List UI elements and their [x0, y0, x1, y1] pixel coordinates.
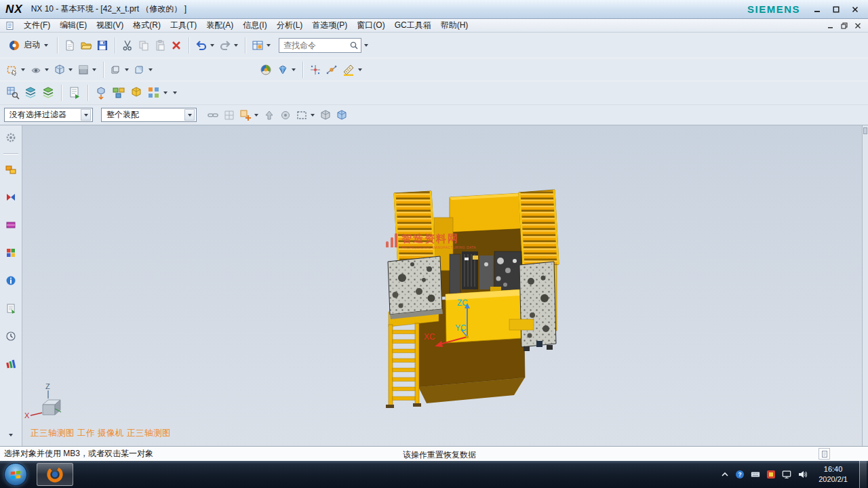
chevron-down-icon[interactable] — [254, 114, 258, 117]
true-shading-button[interactable] — [275, 62, 298, 77]
chevron-down-icon[interactable] — [292, 68, 296, 71]
mdi-minimize-button[interactable] — [827, 22, 834, 29]
touch-mode-button[interactable] — [250, 38, 273, 53]
tray-help-button[interactable]: ? — [735, 470, 745, 479]
wireframe-view-button[interactable] — [108, 62, 132, 77]
command-search-input[interactable] — [283, 41, 349, 50]
maximize-button[interactable] — [831, 5, 841, 14]
viewport-right-strip[interactable] — [862, 125, 868, 446]
status-doc-button[interactable] — [818, 448, 830, 460]
materials-button[interactable] — [3, 357, 19, 371]
chevron-down-icon[interactable] — [149, 68, 153, 71]
sidebar-scroll-down-button[interactable] — [3, 428, 19, 442]
perspective-view-button[interactable] — [132, 62, 155, 77]
system-menu-icon[interactable] — [5, 21, 16, 30]
notes-button[interactable] — [3, 302, 19, 315]
general-selection-button[interactable] — [237, 108, 261, 123]
panel-collapse-handle[interactable] — [863, 127, 867, 134]
select-parent-button[interactable] — [261, 108, 277, 123]
assembly-model[interactable] — [386, 190, 559, 408]
mdi-close-button[interactable] — [854, 22, 861, 29]
menu-assemblies[interactable]: 装配(A) — [201, 19, 238, 32]
snap-midpoint-button[interactable] — [323, 62, 340, 77]
dropdown-arrow-icon[interactable] — [81, 109, 91, 121]
history-button[interactable] — [3, 329, 19, 343]
part-navigator-button[interactable] — [3, 218, 19, 232]
start-button[interactable] — [4, 463, 27, 486]
delete-button[interactable] — [168, 38, 184, 53]
tray-volume-button[interactable] — [797, 470, 807, 479]
arrangements-button[interactable] — [110, 85, 127, 101]
chevron-down-icon[interactable] — [163, 92, 167, 94]
web-browser-button[interactable] — [3, 274, 19, 287]
paste-button[interactable] — [152, 38, 168, 53]
search-options-button[interactable] — [361, 43, 371, 48]
show-product-outline-button[interactable] — [22, 85, 39, 101]
snap-enable-button[interactable] — [221, 108, 237, 123]
chevron-down-icon[interactable] — [125, 68, 129, 71]
start-menu-button[interactable]: 启动 — [4, 38, 53, 53]
move-component-button[interactable] — [92, 85, 110, 101]
taskbar-clock[interactable]: 16:40 2020/2/1 — [813, 464, 853, 485]
show-hidden-icons-button[interactable] — [721, 470, 729, 479]
snap-point-button[interactable] — [307, 62, 323, 77]
close-button[interactable] — [850, 5, 860, 14]
assembly-navigator-button[interactable] — [3, 163, 19, 176]
cut-button[interactable] — [119, 38, 136, 53]
constraint-navigator-button[interactable] — [3, 190, 19, 204]
menu-format[interactable]: 格式(R) — [128, 19, 165, 32]
interpart-link-button[interactable] — [205, 108, 221, 123]
chevron-down-icon[interactable] — [210, 44, 214, 47]
tray-keyboard-button[interactable] — [751, 470, 760, 479]
chevron-down-icon[interactable] — [68, 68, 73, 71]
highlight-button[interactable] — [277, 108, 294, 123]
tray-network-button[interactable] — [782, 470, 791, 479]
solid-body-filter-button[interactable] — [317, 108, 334, 123]
show-desktop-button[interactable] — [859, 461, 867, 488]
copy-button[interactable] — [136, 38, 152, 53]
wave-geometry-button[interactable] — [127, 85, 145, 101]
minimize-button[interactable] — [812, 5, 822, 14]
chevron-down-icon[interactable] — [92, 68, 96, 71]
chevron-down-icon[interactable] — [358, 68, 362, 71]
find-component-button[interactable] — [4, 85, 22, 101]
menu-information[interactable]: 信息(I) — [238, 19, 271, 32]
undo-button[interactable] — [193, 38, 217, 53]
redo-button[interactable] — [217, 38, 241, 53]
selection-filter-dropdown[interactable]: 没有选择过滤器 — [4, 108, 93, 122]
pattern-component-button[interactable] — [145, 85, 170, 101]
menu-help[interactable]: 帮助(H) — [436, 19, 473, 32]
menu-gc-toolbox[interactable]: GC工具箱 — [390, 19, 436, 32]
toolbar-overflow-button[interactable] — [170, 90, 180, 96]
selection-scope-dropdown[interactable]: 整个装配 — [101, 108, 197, 122]
menu-analysis[interactable]: 分析(L) — [272, 19, 308, 32]
menu-window[interactable]: 窗口(O) — [352, 19, 389, 32]
menu-tools[interactable]: 工具(T) — [165, 19, 201, 32]
graphics-window[interactable]: XC YC ZC Z X — [22, 125, 868, 446]
render-style-button[interactable] — [257, 62, 275, 78]
new-file-button[interactable] — [62, 38, 78, 53]
reuse-library-button[interactable] — [3, 246, 19, 260]
chevron-down-icon[interactable] — [45, 68, 49, 71]
roles-gear-button[interactable] — [3, 131, 19, 144]
shaded-display-button[interactable] — [75, 62, 99, 77]
tray-app-button[interactable] — [766, 470, 776, 479]
mdi-restore-button[interactable] — [841, 22, 848, 29]
chevron-down-icon[interactable] — [311, 114, 315, 117]
component-visibility-button[interactable] — [39, 85, 57, 101]
open-file-button[interactable] — [78, 38, 94, 53]
chevron-down-icon[interactable] — [234, 44, 238, 47]
dropdown-arrow-icon[interactable] — [184, 109, 195, 121]
orient-view-button[interactable] — [52, 62, 75, 77]
menu-preferences[interactable]: 首选项(P) — [307, 19, 352, 32]
menu-file[interactable]: 文件(F) — [19, 19, 55, 32]
assembly-body-filter-button[interactable] — [334, 108, 350, 123]
menu-view[interactable]: 视图(V) — [92, 19, 128, 32]
lasso-select-button[interactable] — [294, 108, 317, 123]
taskbar-nx-app-button[interactable] — [37, 463, 73, 486]
chevron-down-icon[interactable] — [267, 44, 271, 47]
save-button[interactable] — [94, 38, 111, 53]
chevron-down-icon[interactable] — [21, 68, 25, 71]
show-hide-button[interactable] — [28, 62, 52, 77]
menu-edit[interactable]: 编辑(E) — [55, 19, 92, 32]
